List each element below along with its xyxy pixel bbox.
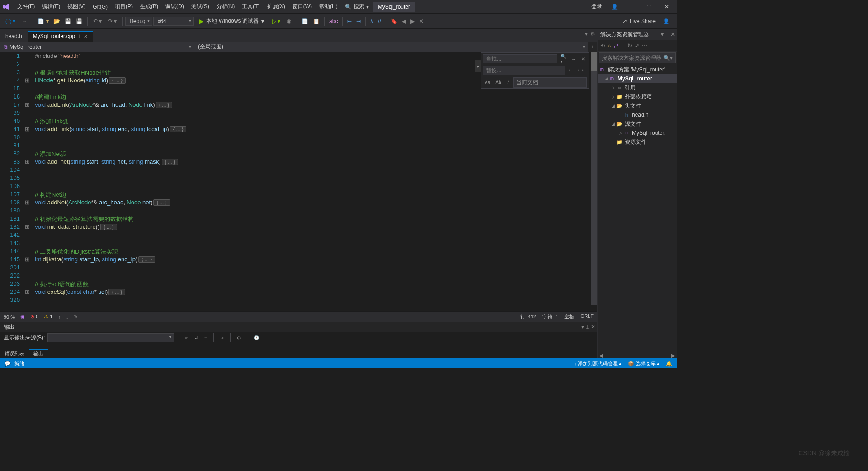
clear-output-icon[interactable]: ⎚ <box>184 334 190 341</box>
code-line[interactable]: void exeSql(const char* sql){ ... } <box>32 288 591 297</box>
menu-extensions[interactable]: 扩展(X) <box>264 1 289 12</box>
regex-icon[interactable]: .* <box>505 79 511 86</box>
forward-icon[interactable]: → <box>19 16 30 26</box>
menu-edit[interactable]: 编辑(E) <box>38 1 64 12</box>
error-count[interactable]: ⊗ 0 <box>30 314 38 320</box>
code-line[interactable] <box>32 264 591 272</box>
minimize-button[interactable]: ─ <box>623 0 639 13</box>
code-line[interactable]: // 二叉堆优化的Dijkstra算法实现 <box>32 248 591 256</box>
menu-analyze[interactable]: 分析(N) <box>213 1 239 12</box>
code-line[interactable] <box>32 183 591 191</box>
fold-toggle[interactable]: ⊞ <box>23 288 32 297</box>
login-button[interactable]: 登录 <box>587 1 607 12</box>
references-node[interactable]: ▷ ▫▫ 引用 <box>598 83 677 92</box>
tab-close-icon[interactable]: ✕ <box>84 33 88 39</box>
redo-icon[interactable]: ↷ ▾ <box>105 16 119 26</box>
menu-debug[interactable]: 调试(D) <box>162 1 188 12</box>
code-line[interactable]: void add_net(string start, string net, s… <box>32 158 591 166</box>
start-debug-button[interactable]: ▶本地 Windows 调试器 ▾ <box>195 16 268 26</box>
scroll-thumb[interactable] <box>591 52 597 71</box>
external-deps-node[interactable]: ▷ 📁 外部依赖项 <box>598 92 677 101</box>
replace-one-icon[interactable]: ⤷ <box>567 67 574 74</box>
code-line[interactable] <box>32 142 591 150</box>
find-input[interactable] <box>483 54 557 63</box>
back-icon[interactable]: ◯ ▾ <box>3 16 18 26</box>
sol-toolbar-icon[interactable]: ⟲ <box>600 42 605 49</box>
save-icon[interactable]: 💾 <box>63 16 73 26</box>
sol-hscroll-right-icon[interactable]: ▶ <box>671 353 675 358</box>
spaces-indicator[interactable]: 空格 <box>564 313 574 320</box>
fold-toggle[interactable]: ⊞ <box>23 256 32 264</box>
sol-collapse-icon[interactable]: ⤢ <box>635 42 639 49</box>
solution-root[interactable]: ⧉ 解决方案 'MySql_router' <box>598 65 677 74</box>
code-line[interactable]: void addLink(ArcNode*& arc_head, Node li… <box>32 101 591 109</box>
open-icon[interactable]: 📂 <box>52 16 62 26</box>
word-wrap-icon[interactable]: ↲ <box>193 334 200 341</box>
code-line[interactable]: //构建Link边 <box>32 93 591 101</box>
indent-icon[interactable]: ≡ <box>203 334 209 341</box>
word-icon[interactable]: Ab <box>494 79 503 86</box>
step-icon-2[interactable]: 📋 <box>311 16 321 26</box>
code-line[interactable] <box>32 297 591 305</box>
tab-error-list[interactable]: 错误列表 <box>0 349 29 358</box>
sol-dropdown-icon[interactable]: ▾ <box>661 31 664 38</box>
menu-test[interactable]: 测试(S) <box>188 1 213 12</box>
code-line[interactable]: void addNet(ArcNode*& arc_head, Node net… <box>32 199 591 207</box>
new-item-icon[interactable]: 📄 ▾ <box>36 16 50 26</box>
pen-icon[interactable]: ✎ <box>74 314 78 320</box>
headers-folder[interactable]: ◢ 📂 头文件 <box>598 101 677 110</box>
platform-combo[interactable]: x64 <box>153 17 194 26</box>
code-line[interactable]: // 执行sql语句的函数 <box>32 280 591 288</box>
code-line[interactable] <box>32 174 591 183</box>
fold-toggle[interactable]: ⊞ <box>23 101 32 109</box>
fold-toggle[interactable]: ⊞ <box>23 126 32 134</box>
line-indicator[interactable]: 行: 412 <box>520 313 536 320</box>
comment-icon[interactable]: // <box>368 16 375 26</box>
sol-sync-icon[interactable]: ⇄ <box>613 42 618 49</box>
code-line[interactable] <box>32 305 591 305</box>
pin-icon[interactable]: ⟂ <box>78 33 81 39</box>
mysql-router-cpp-file[interactable]: ▷ ++ MySql_router. <box>598 128 677 137</box>
code-line[interactable] <box>32 240 591 248</box>
replace-all-icon[interactable]: ⤷⤷ <box>576 67 587 74</box>
sol-pin-icon[interactable]: ⟂ <box>665 31 669 38</box>
menu-window[interactable]: 窗口(W) <box>289 1 316 12</box>
hot-reload-icon[interactable]: ◉ <box>284 16 294 26</box>
vertical-scrollbar[interactable] <box>591 52 597 305</box>
sol-hscroll-left-icon[interactable]: ◀ <box>599 353 603 358</box>
find-close-icon[interactable]: ✕ <box>580 56 587 62</box>
code-line[interactable]: void init_data_structure(){ ... } <box>32 223 591 231</box>
col-indicator[interactable]: 字符: 1 <box>542 313 558 320</box>
tab-head-h[interactable]: head.h <box>0 31 28 42</box>
undo-icon[interactable]: ↶ ▾ <box>90 16 104 26</box>
caret-icon[interactable]: ▷ <box>618 131 623 135</box>
code-line[interactable]: // 构建Net边 <box>32 191 591 199</box>
replace-input[interactable] <box>483 66 565 75</box>
fold-toggle[interactable]: ⊞ <box>23 158 32 166</box>
sol-refresh-icon[interactable]: ↻ <box>627 42 632 49</box>
select-repo[interactable]: 📦 选择仓库 ▴ <box>628 360 660 367</box>
bookmark-prev-icon[interactable]: ◀ <box>400 16 408 26</box>
head-h-file[interactable]: h head.h <box>598 110 677 119</box>
menu-help[interactable]: 帮助(H) <box>316 1 341 12</box>
function-combo[interactable]: (全局范围) <box>194 42 588 52</box>
case-icon[interactable]: Aa <box>483 79 492 86</box>
tab-dropdown-icon[interactable]: ▾ <box>585 31 588 37</box>
code-line[interactable]: void add_link(string start, string end, … <box>32 126 591 134</box>
fold-toggle[interactable]: ⊞ <box>23 199 32 207</box>
start-without-debug-icon[interactable]: ▷ ▾ <box>269 16 283 26</box>
expand-replace-icon[interactable]: ▸ <box>475 60 481 72</box>
code-line[interactable] <box>32 166 591 174</box>
crlf-indicator[interactable]: CRLF <box>580 313 594 320</box>
bookmark-icon[interactable]: 🔖 <box>389 16 399 26</box>
bookmark-next-icon[interactable]: ▶ <box>409 16 416 26</box>
output-source-combo[interactable] <box>47 333 174 342</box>
step-icon-1[interactable]: 📄 <box>300 16 310 26</box>
search-menu[interactable]: 🔍搜索 ▾ <box>341 1 373 12</box>
sol-home-icon[interactable]: ⌂ <box>608 42 611 49</box>
uncomment-icon[interactable]: // <box>376 16 383 26</box>
clear-icon[interactable]: ≋ <box>218 334 226 341</box>
caret-icon[interactable]: ▷ <box>610 94 616 99</box>
solution-search-input[interactable]: 搜索解决方案资源管理器 🔍▾ <box>599 52 676 63</box>
prev-issue-icon[interactable]: ↑ <box>58 314 61 320</box>
